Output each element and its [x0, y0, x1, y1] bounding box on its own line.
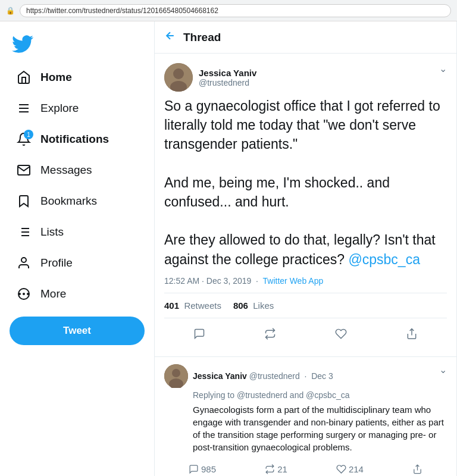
home-label: Home [40, 71, 72, 84]
retweet-number: 401 [164, 300, 179, 311]
sidebar-item-home[interactable]: Home [5, 63, 149, 92]
notification-badge: 1 [24, 130, 33, 139]
like-button[interactable] [330, 323, 352, 345]
notifications-label: Notifications [40, 133, 109, 146]
reply-actions-0: 985 21 214 [164, 459, 447, 476]
back-button[interactable] [164, 30, 176, 45]
messages-label: Messages [40, 164, 92, 177]
sidebar-item-explore[interactable]: Explore [5, 94, 149, 123]
reply-retweet-count-0: 21 [277, 464, 287, 474]
reply-like-count-0: 214 [349, 464, 364, 474]
sidebar-item-bookmarks[interactable]: Bookmarks [5, 187, 149, 215]
more-label: More [40, 287, 66, 300]
tweet-metadata: 12:52 AM · Dec 3, 2019 · Twitter Web App [164, 276, 447, 286]
thread-header: Thread [155, 21, 456, 54]
svg-point-20 [172, 369, 180, 377]
profile-label: Profile [40, 256, 73, 270]
retweet-label: Retweets [184, 300, 221, 311]
svg-point-9 [21, 258, 26, 262]
reply-like-btn-0[interactable]: 214 [331, 461, 368, 476]
browser-bar: 🔒 https://twitter.com/trustednerd/status… [0, 0, 457, 21]
like-count[interactable]: 806 Likes [233, 300, 274, 311]
reply-author-name-0: Jessica Yaniv [193, 371, 247, 381]
share-button[interactable] [401, 323, 422, 345]
tweet-source[interactable]: Twitter Web App [263, 276, 324, 286]
tweet-body: So a gynaecologist office that I got ref… [164, 96, 447, 269]
reply-options-0[interactable]: ⌄ [439, 364, 447, 375]
tweet-author-name: Jessica Yaniv [199, 68, 256, 78]
bookmark-icon [17, 194, 31, 208]
retweet-count[interactable]: 401 Retweets [164, 300, 221, 311]
avatar-placeholder [164, 63, 193, 92]
twitter-logo[interactable] [0, 26, 154, 62]
list-icon [17, 225, 31, 239]
tweet-author-handle: @trustednerd [199, 78, 256, 87]
sidebar-item-profile[interactable]: Profile [5, 249, 149, 277]
address-bar[interactable]: https://twitter.com/trustednerd/status/1… [20, 4, 451, 17]
main-content: Thread [155, 21, 457, 476]
sidebar: Home Explore 1 Notifications [0, 21, 155, 476]
reply-retweet-btn-0[interactable]: 21 [260, 461, 292, 476]
person-icon [17, 256, 31, 270]
tweet-timestamp: 12:52 AM · Dec 3, 2019 [164, 276, 251, 286]
tweet-user-text: Jessica Yaniv @trustednerd [199, 68, 256, 87]
reply-header-0: Jessica Yaniv @trustednerd · Dec 3 ⌄ [164, 364, 447, 388]
bookmarks-label: Bookmarks [40, 195, 97, 208]
tweet-options-chevron[interactable]: ⌄ [439, 63, 447, 74]
svg-point-12 [19, 293, 20, 295]
reply-user-info-0: Jessica Yaniv @trustednerd · Dec 3 [193, 371, 333, 381]
reply-comment-btn-0[interactable]: 985 [184, 461, 221, 476]
tweet-action-bar [164, 321, 447, 347]
lock-icon: 🔒 [6, 7, 15, 15]
bell-icon: 1 [17, 132, 31, 146]
mail-icon [17, 163, 31, 177]
svg-point-16 [173, 68, 184, 79]
sidebar-item-messages[interactable]: Messages [5, 156, 149, 184]
reply-button[interactable] [189, 323, 210, 345]
reply-handle-time-0: @trustednerd · Dec 3 [249, 371, 333, 381]
explore-label: Explore [40, 102, 79, 115]
app-container: Home Explore 1 Notifications [0, 21, 457, 476]
explore-icon [17, 101, 31, 115]
svg-point-11 [27, 293, 29, 295]
reply-card-0: Jessica Yaniv @trustednerd · Dec 3 ⌄ Rep… [155, 357, 456, 476]
tweet-user-info: Jessica Yaniv @trustednerd [164, 63, 256, 92]
tweet-button[interactable]: Tweet [10, 317, 145, 345]
reply-avatar-0 [164, 364, 188, 388]
tweet-header: Jessica Yaniv @trustednerd ⌄ [164, 63, 447, 92]
thread-title: Thread [183, 31, 221, 44]
sidebar-item-more[interactable]: More [5, 280, 149, 308]
main-tweet-avatar [164, 63, 193, 92]
tweet-stats: 401 Retweets 806 Likes [164, 293, 447, 318]
more-icon [17, 287, 31, 301]
lists-label: Lists [40, 226, 64, 239]
reply-share-btn-0[interactable] [408, 461, 427, 476]
reply-user-0: Jessica Yaniv @trustednerd · Dec 3 [164, 364, 333, 388]
reply-to-0: Replying to @trustednerd and @cpsbc_ca [164, 390, 447, 400]
like-number: 806 [233, 300, 248, 311]
retweet-button[interactable] [259, 323, 281, 345]
reply-comment-count-0: 985 [201, 464, 216, 474]
reply-body-0: Gynaecologists form a part of the multid… [164, 403, 447, 453]
sidebar-item-notifications[interactable]: 1 Notifications [5, 125, 149, 154]
main-tweet-card: Jessica Yaniv @trustednerd ⌄ So a gynaec… [155, 54, 456, 357]
svg-point-10 [23, 293, 24, 295]
sidebar-item-lists[interactable]: Lists [5, 218, 149, 246]
like-label: Likes [253, 300, 274, 311]
home-icon [17, 70, 31, 84]
mention-cpsbc[interactable]: @cpsbc_ca [348, 252, 420, 267]
